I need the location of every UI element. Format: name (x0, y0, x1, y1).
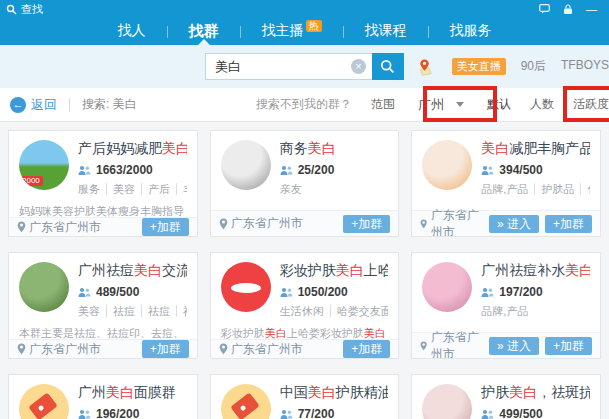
tab-找服务[interactable]: 找服务 (429, 18, 513, 45)
location: 广东省广州市 (17, 341, 101, 358)
search-input[interactable] (205, 53, 372, 80)
sort-活跃度[interactable]: 活跃度 (573, 96, 609, 113)
location-text: 广东省广州市 (431, 207, 489, 238)
tags-row: 生活休闲哈娄交友面膜哈娄星... (280, 304, 389, 319)
members-icon (481, 287, 494, 298)
cant-find-link[interactable]: 搜索不到我的群？ (256, 96, 352, 113)
tags-row: 美容祛痘祛痘祛痘祛痘... (78, 304, 187, 319)
price-tag-icon (230, 392, 259, 419)
text-segment: 商务 (280, 140, 308, 156)
group-card[interactable]: 商务美白25/200亲友广东省广州市+加群 (210, 130, 400, 237)
highlighted-keyword: 美白 (308, 140, 336, 156)
minimize-button[interactable]: — (586, 4, 597, 14)
group-card[interactable]: 美白减肥丰胸产品交流394/500品牌,产品护肤品化妆品香水...广东省广州市»… (411, 130, 601, 237)
member-row: 77/200 (280, 407, 389, 419)
join-group-button[interactable]: +加群 (343, 215, 390, 233)
members-icon (78, 287, 91, 298)
tags-row: 品牌,产品 (481, 304, 590, 319)
group-avatar (422, 262, 472, 312)
search-button[interactable] (372, 53, 404, 80)
card-footer: 广东省广州市+加群 (9, 339, 197, 358)
location-text: 广东省广州市 (29, 341, 101, 358)
join-group-button[interactable]: +加群 (142, 218, 189, 236)
hot-word[interactable]: TFBOYS (561, 58, 609, 75)
hot-badge[interactable]: 美女直播 (452, 58, 506, 75)
tag: 服务 (78, 183, 106, 195)
find-window: 查找 — 找人找群找主播热找课程找服务 × (0, 0, 609, 419)
highlighted-keyword: 美白 (481, 140, 509, 156)
group-description: 彩妆护肤美白上哈娄彩妆护肤美白上哈娄彩妆护肤美白上哈娄彩妆护肤美白上哈娄彩妆护肤… (211, 319, 399, 339)
group-card[interactable]: 2000产后妈妈减肥美白丰胸1663/2000服务美容产后丰胸面膜...妈妈咪美… (8, 130, 198, 237)
member-row: 25/200 (280, 163, 389, 177)
group-results-grid: 2000产后妈妈减肥美白丰胸1663/2000服务美容产后丰胸面膜...妈妈咪美… (8, 130, 601, 419)
card-footer: 广东省广州市» 进入+加群 (412, 210, 600, 236)
highlighted-keyword: 美白 (364, 327, 386, 339)
join-group-button[interactable]: +加群 (343, 340, 390, 358)
group-card[interactable]: 广州美白面膜群196/200广东省广州市+加群 (8, 374, 198, 419)
group-title[interactable]: 彩妆护肤美白上哈娄 (280, 262, 389, 280)
member-count: 489/500 (96, 285, 139, 299)
card-info: 广州美白面膜群196/200 (78, 384, 187, 419)
location-text: 广东省广州市 (29, 219, 101, 236)
card-info: 中国美白护肤精油群77/200 (280, 384, 389, 419)
text-segment: 彩妆护肤 (280, 262, 336, 278)
members-icon (280, 409, 293, 419)
message-icon[interactable] (539, 4, 550, 14)
join-group-button[interactable]: +加群 (142, 340, 189, 358)
group-title[interactable]: 护肤美白，祛斑抗皱 (481, 384, 590, 402)
tab-找课程[interactable]: 找课程 (344, 18, 428, 45)
tab-找群[interactable]: 找群 (168, 18, 240, 45)
card-top: 广州美白面膜群196/200 (9, 375, 197, 419)
group-card[interactable]: 中国美白护肤精油群77/200广东省广州市+加群 (210, 374, 400, 419)
join-group-button[interactable]: +加群 (545, 215, 592, 233)
group-title[interactable]: 商务美白 (280, 140, 389, 158)
join-group-button[interactable]: +加群 (545, 337, 592, 355)
text-segment: 彩妆护肤 (221, 327, 265, 339)
location-pin-icon (219, 343, 228, 355)
tag: 化妆品 (580, 183, 590, 195)
card-buttons: +加群 (343, 215, 390, 233)
text-segment: 妈妈咪美容护肤美体瘦身丰胸指导交流改善群，欢迎爱美的麻麻及想要改善的肌肤问的进群… (19, 205, 184, 217)
card-top: 2000产后妈妈减肥美白丰胸1663/2000服务美容产后丰胸面膜... (9, 131, 197, 197)
member-row: 1663/2000 (78, 163, 187, 177)
back-arrow-icon: ← (10, 97, 26, 113)
tag: 品牌,产品 (481, 183, 534, 195)
lock-icon[interactable] (563, 4, 573, 15)
hot-word[interactable]: 90后 (521, 58, 546, 75)
back-button[interactable]: ← 返回 (10, 96, 57, 114)
tab-label: 找服务 (450, 22, 492, 38)
group-card[interactable]: 护肤美白，祛斑抗皱499/500广东省广州市+加群 (411, 374, 601, 419)
map-pin-icon[interactable] (417, 56, 432, 78)
group-title[interactable]: 广州美白面膜群 (78, 384, 187, 402)
tab-找人[interactable]: 找人 (97, 18, 167, 45)
group-card[interactable]: 广州祛痘美白交流489/500美容祛痘祛痘祛痘祛痘...本群主要是祛痘、祛痘印、… (8, 252, 198, 359)
highlighted-keyword: 美白 (336, 262, 364, 278)
member-count: 25/200 (298, 163, 335, 177)
enter-group-button[interactable]: » 进入 (489, 337, 539, 355)
tags-row: 品牌,产品护肤品化妆品香水... (481, 182, 590, 197)
group-card[interactable]: 彩妆护肤美白上哈娄1050/200生活休闲哈娄交友面膜哈娄星...彩妆护肤美白上… (210, 252, 400, 359)
group-title[interactable]: 广州祛痘补水美白群 (481, 262, 590, 280)
app-icon (6, 4, 17, 15)
group-card[interactable]: 广州祛痘补水美白群197/200品牌,产品广东省广州市» 进入+加群 (411, 252, 601, 359)
card-buttons: » 进入+加群 (489, 337, 592, 355)
location-pin-icon (17, 221, 26, 233)
group-title[interactable]: 广州祛痘美白交流 (78, 262, 187, 280)
location: 广东省广州市 (219, 215, 303, 232)
clear-icon[interactable]: × (351, 59, 366, 74)
region-dropdown[interactable]: 广州 (414, 96, 468, 114)
sort-默认[interactable]: 默认 (487, 96, 511, 113)
card-info: 广州祛痘美白交流489/500美容祛痘祛痘祛痘祛痘... (78, 262, 187, 319)
text-segment: 上哈娄彩妆护肤 (287, 327, 364, 339)
group-title[interactable]: 美白减肥丰胸产品交流 (481, 140, 590, 158)
sort-人数[interactable]: 人数 (530, 96, 554, 113)
enter-group-button[interactable]: » 进入 (489, 215, 539, 233)
tab-label: 找主播 (262, 22, 304, 38)
group-title[interactable]: 中国美白护肤精油群 (280, 384, 389, 402)
members-icon (481, 165, 494, 176)
tab-找主播[interactable]: 找主播热 (241, 18, 343, 45)
group-avatar (422, 384, 472, 419)
group-title[interactable]: 产后妈妈减肥美白丰胸 (78, 140, 187, 158)
card-top: 广州祛痘补水美白群197/200品牌,产品 (412, 253, 600, 319)
location-text: 广东省广州市 (431, 329, 489, 360)
